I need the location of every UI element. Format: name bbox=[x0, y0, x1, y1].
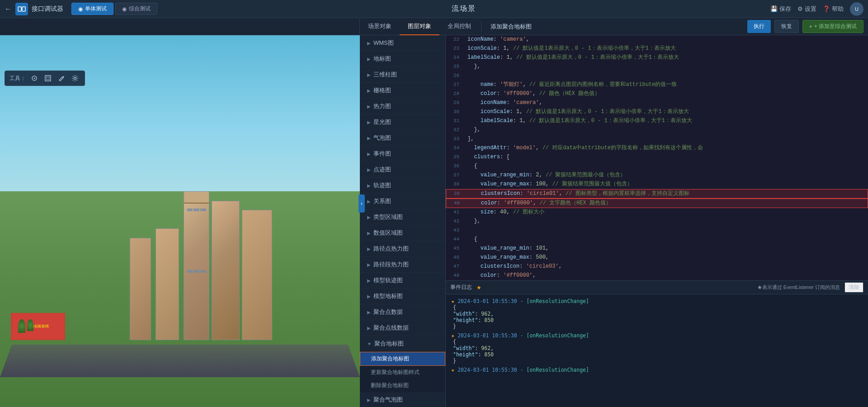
tab-unit-icon: ◉ bbox=[78, 6, 83, 12]
topbar-right: 💾 保存 ⚙ 设置 ❓ 帮助 U bbox=[770, 2, 863, 16]
event-log-header: 事件日志 ★ ★表示通过 EventListener 订阅的消息 清除 bbox=[446, 281, 868, 294]
building-5 bbox=[130, 238, 151, 340]
sidebar-item-point-track[interactable]: ▶ 点迹图 bbox=[360, 162, 445, 178]
settings-icon: ⚙ bbox=[797, 5, 803, 12]
add-to-integration-button[interactable]: + + 添加至综合测试 bbox=[802, 20, 863, 33]
code-line-39: 39 clustersIcon: 'circle01', // 图标类型，根据内… bbox=[446, 189, 868, 199]
sidebar-item-value-region[interactable]: ▶ 数值区域图 bbox=[360, 225, 445, 241]
log-entry-3-header: ★ 2024-03-01 10:55:30 - [onResolutionCha… bbox=[451, 367, 863, 373]
sidebar-item-type-region[interactable]: ▶ 类型区域图 bbox=[360, 209, 445, 225]
sidebar-item-wms[interactable]: ▶ WMS图 bbox=[360, 35, 445, 51]
code-line-36: 36 { bbox=[446, 162, 868, 171]
code-line-46: 46 value_range_max: 500, bbox=[446, 253, 868, 262]
windows bbox=[185, 207, 208, 332]
star-icon: ★ bbox=[476, 284, 481, 291]
subtitle-bar: 场景对象 图层对象 全局控制 添加聚合地标图 执行 恢复 + + 添加至综合测试 bbox=[0, 18, 868, 35]
tab-global-control[interactable]: 全局控制 bbox=[439, 18, 479, 35]
topbar: ← 接口调试器 ◉ 单体测试 ◉ 综合测试 流场景 💾 保存 ⚙ 设置 ❓ 帮 bbox=[0, 0, 868, 18]
code-panel: 22 iconName: 'camera', 23 iconScale: 1, … bbox=[446, 35, 868, 407]
sidebar-item-model-trajectory[interactable]: ▶ 模型轨迹图 bbox=[360, 273, 445, 289]
code-line-22: 22 iconName: 'camera', bbox=[446, 35, 868, 44]
code-line-40: 40 color: '#ff0000', // 文字颜色（HEX 颜色值） bbox=[446, 199, 868, 208]
code-line-35: 35 clusters: [ bbox=[446, 153, 868, 162]
tab-scene-object[interactable]: 场景对象 bbox=[360, 18, 400, 35]
plus-icon: + bbox=[809, 24, 812, 30]
avatar[interactable]: U bbox=[850, 2, 863, 16]
trees-group bbox=[18, 319, 33, 333]
tab-placeholder bbox=[0, 18, 360, 35]
building-3 bbox=[156, 228, 179, 340]
sidebar-item-cluster-point[interactable]: ▶ 聚合点数据 bbox=[360, 304, 445, 320]
buildings-group bbox=[108, 154, 324, 340]
tool-pen[interactable] bbox=[57, 73, 66, 83]
log-entry-3: ★ 2024-03-01 10:55:30 - [onResolutionCha… bbox=[451, 367, 863, 373]
code-line-26: 26 bbox=[446, 71, 868, 80]
code-line-33: 33 ], bbox=[446, 135, 868, 144]
sidebar-item-add-cluster-landmark[interactable]: 添加聚合地标图 bbox=[360, 352, 445, 366]
tool-settings[interactable] bbox=[70, 73, 80, 83]
tool-box[interactable] bbox=[43, 73, 53, 83]
code-line-34: 34 legendAttr: 'model', // 对应data中attrib… bbox=[446, 144, 868, 153]
svg-point-4 bbox=[34, 78, 35, 79]
sidebar-item-update-cluster-landmark[interactable]: 更新聚合地标图样式 bbox=[360, 366, 445, 379]
tab-unit-test[interactable]: ◉ 单体测试 bbox=[71, 3, 113, 15]
panel-toggle[interactable]: ‹ bbox=[359, 194, 365, 213]
event-log-title: 事件日志 bbox=[450, 284, 472, 291]
clear-log-button[interactable]: 清除 bbox=[844, 282, 863, 293]
tab-integration-icon: ◉ bbox=[122, 6, 127, 12]
sidebar-item-event[interactable]: ▶ 事件图 bbox=[360, 146, 445, 162]
sidebar-item-3d-bar[interactable]: ▶ 三维柱图 bbox=[360, 67, 445, 83]
tool-select[interactable] bbox=[29, 73, 39, 83]
restore-button[interactable]: 恢复 bbox=[774, 20, 799, 33]
help-button[interactable]: ❓ 帮助 bbox=[823, 5, 844, 13]
code-line-27: 27 name: '节能灯', // 最近距离点图层内图例名称，需要和attri… bbox=[446, 80, 868, 90]
breadcrumb: 添加聚合地标图 bbox=[483, 18, 539, 35]
code-line-28: 28 color: '#ff0000', // 颜色（HEX 颜色值） bbox=[446, 90, 868, 99]
3d-viewport[interactable]: 活力创新新闻 工具： bbox=[0, 35, 360, 407]
sidebar-item-landmark[interactable]: ▶ 地标图 bbox=[360, 51, 445, 67]
back-icon[interactable]: ← bbox=[5, 5, 12, 13]
sidebar-item-star[interactable]: ▶ 星光图 bbox=[360, 114, 445, 130]
save-icon: 💾 bbox=[770, 5, 778, 12]
sidebar-item-heat[interactable]: ▶ 热力图 bbox=[360, 99, 445, 114]
execute-button[interactable]: 执行 bbox=[747, 20, 771, 33]
building-1 bbox=[184, 191, 209, 340]
tab-layer-object[interactable]: 图层对象 bbox=[400, 18, 439, 35]
code-line-37: 37 value_range_min: 2, // 聚簇结果范围最小值（包含） bbox=[446, 171, 868, 180]
tab-integration-test[interactable]: ◉ 综合测试 bbox=[115, 3, 157, 15]
app-icon bbox=[15, 3, 28, 15]
help-icon: ❓ bbox=[823, 5, 830, 12]
app-title: 接口调试器 bbox=[32, 5, 63, 13]
log-entry-1-body: { "width": 962, "height": 850 } bbox=[451, 304, 863, 330]
sidebar-item-relation[interactable]: ▶ 关系图 bbox=[360, 194, 445, 209]
sidebar-item-trajectory[interactable]: ▶ 轨迹图 bbox=[360, 178, 445, 194]
sidebar-item-model-landmark[interactable]: ▶ 模型地标图 bbox=[360, 289, 445, 304]
log-entry-1-header: ★ 2024-03-01 10:55:30 - [onResolutionCha… bbox=[451, 298, 863, 304]
event-log: 事件日志 ★ ★表示通过 EventListener 订阅的消息 清除 ★ 20… bbox=[446, 280, 868, 407]
scene-tabs: 场景对象 图层对象 全局控制 添加聚合地标图 bbox=[360, 18, 539, 35]
expand-arrow-wms: ▶ bbox=[367, 41, 371, 46]
log-entry-2: ★ 2024-03-01 10:55:30 - [onResolutionCha… bbox=[451, 332, 863, 364]
expand-arrow-landmark: ▶ bbox=[367, 57, 371, 62]
code-editor[interactable]: 22 iconName: 'camera', 23 iconScale: 1, … bbox=[446, 35, 868, 280]
sidebar-item-grid[interactable]: ▶ 栅格图 bbox=[360, 83, 445, 99]
svg-rect-0 bbox=[18, 7, 21, 11]
action-buttons: 执行 恢复 + + 添加至综合测试 bbox=[747, 20, 868, 33]
sidebar-item-cluster-bubble[interactable]: ▶ 聚合气泡图 bbox=[360, 392, 445, 407]
code-line-42: 42 }, bbox=[446, 217, 868, 226]
sidebar-item-cluster-landmark-group[interactable]: ▼ 聚合地标图 bbox=[360, 336, 445, 352]
code-line-41: 41 size: 40, // 图标大小 bbox=[446, 208, 868, 217]
sidebar-item-cluster-line[interactable]: ▶ 聚合点线数据 bbox=[360, 320, 445, 336]
nav-tabs: ◉ 单体测试 ◉ 综合测试 bbox=[71, 3, 157, 15]
main-content: 活力创新新闻 工具： ‹ ▶ bbox=[0, 35, 868, 407]
tab-divider bbox=[481, 21, 481, 33]
save-button[interactable]: 💾 保存 bbox=[770, 5, 791, 13]
code-line-23: 23 iconScale: 1, // 默认值是1表示原大，0 - 1：表示缩小… bbox=[446, 44, 868, 53]
code-line-31: 31 labelScale: 1, // 默认值是1表示原大，0 - 1：表示缩… bbox=[446, 117, 868, 126]
code-line-38: 38 value_range_max: 100, // 聚簇结果范围最大值（包含… bbox=[446, 180, 868, 189]
sidebar-item-delete-cluster-landmark[interactable]: 删除聚合地标图 bbox=[360, 379, 445, 392]
sidebar-item-bubble[interactable]: ▶ 气泡图 bbox=[360, 130, 445, 146]
sidebar-item-path-seg-heat[interactable]: ▶ 路径段热力图 bbox=[360, 257, 445, 273]
sidebar-item-path-point-heat[interactable]: ▶ 路径点热力图 bbox=[360, 241, 445, 257]
settings-button[interactable]: ⚙ 设置 bbox=[797, 5, 816, 13]
